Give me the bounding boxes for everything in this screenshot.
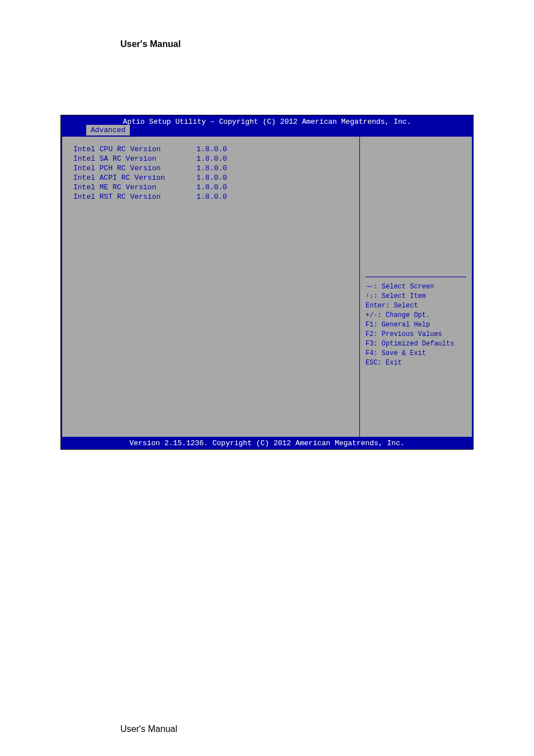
bios-footer: Version 2.15.1236. Copyright (C) 2012 Am… xyxy=(61,438,473,449)
bios-row-label: Intel CPU RC Version xyxy=(73,144,196,154)
bios-tab-advanced: Advanced xyxy=(86,125,130,136)
bios-row-label: Intel PCH RC Version xyxy=(73,164,196,173)
bios-row-value: 1.8.0.0 xyxy=(196,183,348,192)
bios-row-label: Intel ME RC Version xyxy=(73,183,196,192)
help-item: Enter: Select xyxy=(366,301,454,311)
bios-row-label: Intel ACPI RC Version xyxy=(73,173,196,183)
help-item: +/-: Change Opt. xyxy=(366,311,454,320)
page-footer: User's Manual xyxy=(120,724,177,734)
help-item: ↑↓: Select Item xyxy=(366,292,454,301)
bios-row: Intel ACPI RC Version 1.8.0.0 xyxy=(73,173,348,183)
bios-row-value: 1.8.0.0 xyxy=(196,154,348,164)
bios-row: Intel CPU RC Version 1.8.0.0 xyxy=(73,144,348,154)
bios-row: Intel ME RC Version 1.8.0.0 xyxy=(73,183,348,192)
bios-row: Intel PCH RC Version 1.8.0.0 xyxy=(73,164,348,173)
bios-row-label: Intel SA RC Version xyxy=(73,154,196,164)
bios-body: Intel CPU RC Version 1.8.0.0 Intel SA RC… xyxy=(61,136,473,438)
bios-row-label: Intel RST RC Version xyxy=(73,192,196,202)
bios-title-bar: Aptio Setup Utility – Copyright (C) 2012… xyxy=(61,115,473,136)
page-header: User's Manual xyxy=(120,39,181,49)
help-item: ESC: Exit xyxy=(366,358,454,368)
bios-main-panel: Intel CPU RC Version 1.8.0.0 Intel SA RC… xyxy=(62,137,360,437)
help-item: →←: Select Screen xyxy=(366,282,454,292)
bios-help-panel: →←: Select Screen ↑↓: Select Item Enter:… xyxy=(360,137,472,437)
bios-row: Intel RST RC Version 1.8.0.0 xyxy=(73,192,348,202)
bios-screenshot: Aptio Setup Utility – Copyright (C) 2012… xyxy=(60,115,474,450)
help-item: F3: Optimized Defaults xyxy=(366,339,454,349)
help-item: F4: Save & Exit xyxy=(366,349,454,358)
help-item: F2: Previous Values xyxy=(366,330,454,339)
divider xyxy=(366,277,466,277)
bios-help-list: →←: Select Screen ↑↓: Select Item Enter:… xyxy=(366,282,454,368)
help-item: F1: General Help xyxy=(366,320,454,330)
bios-row: Intel SA RC Version 1.8.0.0 xyxy=(73,154,348,164)
bios-row-value: 1.8.0.0 xyxy=(196,173,348,183)
bios-row-value: 1.8.0.0 xyxy=(196,164,348,173)
bios-row-value: 1.8.0.0 xyxy=(196,192,348,202)
bios-row-value: 1.8.0.0 xyxy=(196,144,348,154)
